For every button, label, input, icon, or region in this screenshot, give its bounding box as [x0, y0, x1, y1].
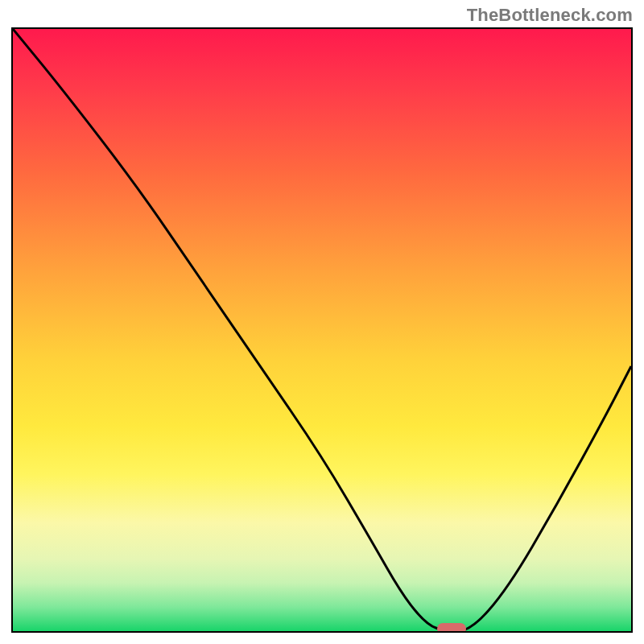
chart-optimum-marker	[437, 623, 466, 633]
chart-curve	[13, 29, 631, 631]
chart-frame	[11, 27, 633, 633]
watermark-text: TheBottleneck.com	[467, 5, 633, 26]
